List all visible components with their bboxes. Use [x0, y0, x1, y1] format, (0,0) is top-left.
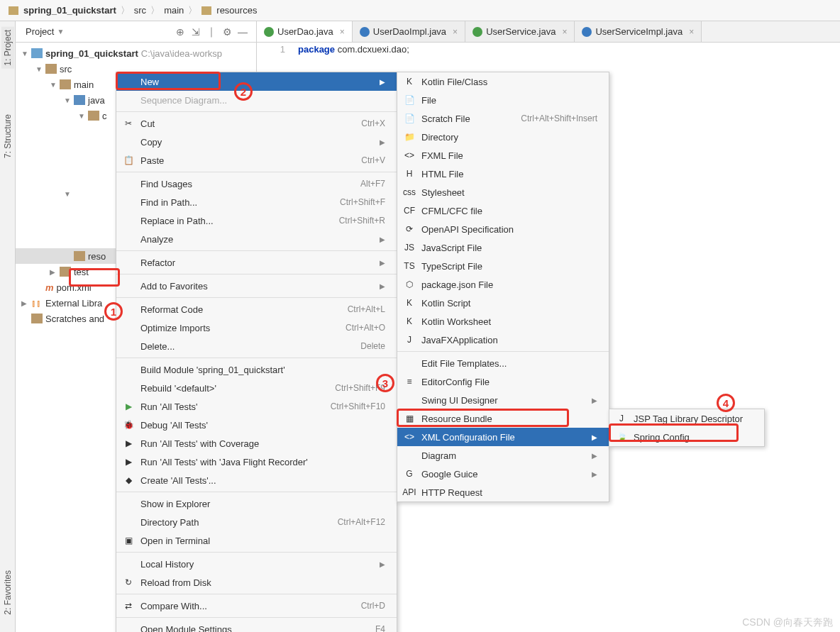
tab-userservice[interactable]: UserService.java×	[465, 21, 575, 42]
menu-item[interactable]: JJavaFXApplication	[397, 331, 609, 349]
menu-item[interactable]: CFCFML/CFC file	[397, 201, 609, 220]
menu-label: JavaFXApplication	[421, 335, 597, 345]
menu-item[interactable]: <>XML Configuration File▶	[397, 428, 609, 446]
breadcrumb-project[interactable]: spring_01_quickstart	[23, 5, 116, 16]
menu-item[interactable]: ▣Open in Terminal	[116, 531, 397, 550]
collapse-icon[interactable]: ｜	[205, 26, 218, 38]
menu-item[interactable]: 📋PasteCtrl+V	[116, 151, 397, 170]
menu-item[interactable]: Analyze▶	[116, 230, 397, 248]
menu-item[interactable]: KKotlin File/Class	[397, 72, 609, 91]
menu-icon: J	[403, 334, 416, 345]
expand-icon[interactable]: ⇲	[189, 26, 202, 38]
menu-label: EditorConfig File	[421, 377, 597, 387]
menu-icon	[122, 196, 135, 208]
locate-icon[interactable]: ⊕	[174, 26, 187, 38]
menu-label: XML Configuration File	[421, 432, 586, 443]
menu-icon: 🐞	[122, 419, 135, 431]
menu-label: Create 'All Tests'...	[140, 475, 385, 486]
menu-item[interactable]: ◆Create 'All Tests'...	[116, 471, 397, 489]
menu-item[interactable]: 🍃Spring Config	[609, 428, 764, 446]
menu-item[interactable]: <>FXML File	[397, 146, 609, 165]
menu-item[interactable]: KKotlin Script	[397, 294, 609, 312]
menu-label: File	[421, 95, 597, 106]
menu-item[interactable]: JSJavaScript File	[397, 238, 609, 257]
tree-root[interactable]: ▼spring_01_quickstartC:\java\idea-worksp	[16, 45, 256, 61]
menu-item[interactable]: Diagram▶	[397, 446, 609, 465]
menu-item[interactable]: Find UsagesAlt+F7	[116, 174, 397, 193]
menu-item[interactable]: ↻Reload from Disk	[116, 573, 397, 592]
menu-item[interactable]: Open Module SettingsF4	[116, 620, 397, 632]
tab-userdao[interactable]: UserDao.java×	[257, 21, 353, 42]
menu-item[interactable]: Swing UI Designer▶	[397, 391, 609, 409]
tab-userdaoimpl[interactable]: UserDaoImpl.java×	[353, 21, 465, 42]
tab-project[interactable]: 1: Project	[1, 27, 14, 69]
menu-icon: ≡	[403, 376, 416, 387]
menu-item[interactable]: Optimize ImportsCtrl+Alt+O	[116, 318, 397, 337]
menu-item[interactable]: 📄Scratch FileCtrl+Alt+Shift+Insert	[397, 109, 609, 128]
menu-item[interactable]: Refactor▶	[116, 253, 397, 272]
menu-item[interactable]: Find in Path...Ctrl+Shift+F	[116, 193, 397, 211]
menu-item[interactable]: Reformat CodeCtrl+Alt+L	[116, 300, 397, 318]
close-icon[interactable]: ×	[562, 27, 567, 37]
menu-item[interactable]: 📁Directory	[397, 128, 609, 146]
menu-item[interactable]: GGoogle Guice▶	[397, 465, 609, 483]
menu-label: Google Guice	[421, 469, 586, 479]
menu-item[interactable]: Show in Explorer	[116, 494, 397, 513]
menu-icon: ↻	[122, 577, 135, 588]
menu-item[interactable]: ✂CutCtrl+X	[116, 114, 397, 133]
tab-favorites[interactable]: 2: Favorites	[1, 567, 14, 618]
menu-item[interactable]: ⟳OpenAPI Specification	[397, 220, 609, 238]
minimize-icon[interactable]: —	[236, 26, 249, 38]
close-icon[interactable]: ×	[453, 27, 458, 37]
menu-label: Debug 'All Tests'	[140, 420, 385, 431]
menu-item[interactable]: ≡EditorConfig File	[397, 372, 609, 391]
menu-item[interactable]: New▶	[116, 72, 397, 91]
menu-icon	[122, 136, 135, 148]
editor-tabs: UserDao.java× UserDaoImpl.java× UserServ…	[257, 21, 840, 43]
menu-item[interactable]: HHTML File	[397, 165, 609, 183]
menu-item[interactable]: JJSP Tag Library Descriptor	[609, 409, 764, 428]
menu-label: Stylesheet	[421, 187, 597, 198]
menu-item[interactable]: APIHTTP Request	[397, 483, 609, 501]
menu-label: Run 'All Tests' with Coverage	[140, 438, 385, 449]
menu-item[interactable]: Directory PathCtrl+Alt+F12	[116, 513, 397, 531]
menu-item[interactable]: Add to Favorites▶	[116, 277, 397, 295]
menu-item[interactable]: cssStylesheet	[397, 183, 609, 201]
menu-item[interactable]: ⬡package.json File	[397, 275, 609, 294]
menu-item[interactable]: Delete...Delete	[116, 337, 397, 355]
menu-item[interactable]: Rebuild '<default>'Ctrl+Shift+F9	[116, 379, 397, 397]
menu-item[interactable]: ⇄Compare With...Ctrl+D	[116, 597, 397, 615]
gear-icon[interactable]: ⚙	[221, 26, 233, 38]
menu-item[interactable]: Build Module 'spring_01_quickstart'	[116, 360, 397, 379]
menu-item[interactable]: Sequence Diagram...	[116, 91, 397, 109]
menu-label: Directory	[421, 132, 597, 143]
breadcrumb-main[interactable]: main	[164, 5, 184, 16]
tab-userserviceimpl[interactable]: UserServiceImpl.java×	[575, 21, 702, 42]
menu-item[interactable]: ▶Run 'All Tests' with Coverage	[116, 434, 397, 453]
menu-item[interactable]: ▶Run 'All Tests'Ctrl+Shift+F10	[116, 397, 397, 416]
menu-item[interactable]: TSTypeScript File	[397, 257, 609, 275]
menu-item[interactable]: Copy▶	[116, 133, 397, 151]
menu-item[interactable]: 📄File	[397, 91, 609, 109]
menu-item[interactable]: KKotlin Worksheet	[397, 312, 609, 331]
menu-icon: ▶	[122, 456, 135, 467]
menu-icon: ⇄	[122, 600, 135, 611]
tab-structure[interactable]: 7: Structure	[1, 111, 14, 161]
close-icon[interactable]: ×	[689, 27, 694, 37]
menu-label: Delete...	[140, 341, 333, 352]
menu-item[interactable]: ▶Run 'All Tests' with 'Java Flight Recor…	[116, 453, 397, 471]
menu-item[interactable]: ▦Resource Bundle	[397, 409, 609, 428]
menu-item[interactable]: Local History▶	[116, 555, 397, 573]
menu-item[interactable]: Replace in Path...Ctrl+Shift+R	[116, 211, 397, 230]
menu-item[interactable]: Edit File Templates...	[397, 354, 609, 372]
menu-label: Kotlin Script	[421, 298, 597, 309]
menu-icon	[122, 76, 135, 87]
breadcrumb-resources[interactable]: resources	[216, 5, 257, 16]
menu-icon: K	[403, 316, 416, 327]
menu-item[interactable]: 🐞Debug 'All Tests'	[116, 416, 397, 434]
menu-label: CFML/CFC file	[421, 206, 597, 216]
breadcrumb-src[interactable]: src	[134, 5, 146, 16]
menu-label: Add to Favorites	[140, 281, 374, 292]
menu-label: Build Module 'spring_01_quickstart'	[140, 365, 385, 375]
close-icon[interactable]: ×	[340, 27, 345, 37]
